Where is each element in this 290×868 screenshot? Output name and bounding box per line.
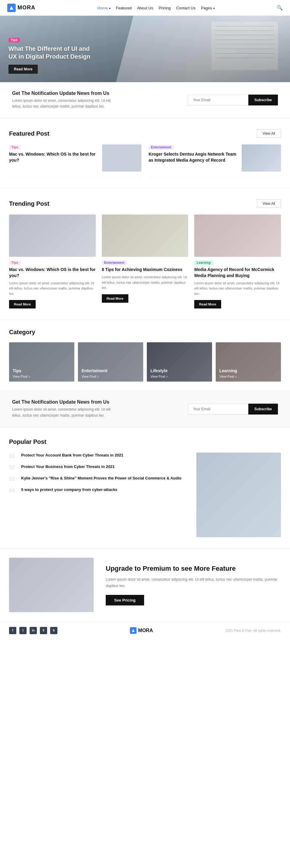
newsletter-heading-1: Get The Notification Update News from Us xyxy=(12,91,115,96)
facebook-icon[interactable]: f xyxy=(9,627,16,634)
popular-section: Popular Post 01 Protect Your Account Ban… xyxy=(0,428,290,548)
category-content-3: Lifestyle View Post › xyxy=(151,368,168,378)
trending-card-2-read-more[interactable]: Read More xyxy=(102,294,128,303)
nav-links: Home Featured About Us Pricing Contact U… xyxy=(97,5,215,10)
category-content-2: Entertaiment View Post › xyxy=(82,368,107,378)
newsletter-form-2: Subscribe xyxy=(188,404,278,414)
newsletter-email-input-1[interactable] xyxy=(188,95,248,105)
nav-link-about[interactable]: About Us xyxy=(137,6,153,10)
footer-logo: MORA xyxy=(130,627,153,634)
popular-image xyxy=(196,453,281,537)
trending-card-3-desc: Lorem ipsum dolor sit amet, consectetur … xyxy=(194,281,281,297)
hero-content: Tips What The Different of UI and UX in … xyxy=(8,37,99,74)
popular-item-2-title: Protect Your Business from Cyber Threats… xyxy=(21,464,115,469)
featured-card-1-image xyxy=(102,145,141,172)
nav-item-home[interactable]: Home xyxy=(97,5,110,10)
newsletter-subscribe-button-1[interactable]: Subscribe xyxy=(248,95,278,105)
category-card-entertainment[interactable]: Entertaiment View Post › xyxy=(78,342,143,381)
featured-card-1-tag: Tips xyxy=(9,145,21,150)
nav-logo: MORA xyxy=(7,4,35,12)
nav-item-about[interactable]: About Us xyxy=(137,5,153,10)
category-link-3[interactable]: View Post › xyxy=(151,374,168,378)
category-content-1: Tips View Post › xyxy=(13,368,30,378)
featured-view-all-button[interactable]: View All xyxy=(257,129,281,138)
trending-card-1-desc: Lorem ipsum dolor sit amet, consectetur … xyxy=(9,281,96,297)
featured-card-2-content: Entertaiment Kroger Selects Dentsu Aegis… xyxy=(149,145,237,163)
category-header: Category xyxy=(9,329,281,336)
category-card-tips[interactable]: Tips View Post › xyxy=(9,342,74,381)
category-link-label-2: View Post xyxy=(82,375,96,378)
trending-header: Trending Post View All xyxy=(9,199,281,208)
upgrade-title: Upgrade to Premium to see More Feature xyxy=(106,564,281,573)
trending-grid: Tips Mac vs. Windows: Which OS is the be… xyxy=(9,215,281,308)
featured-card-2-image xyxy=(242,145,281,172)
upgrade-content: Upgrade to Premium to see More Feature L… xyxy=(106,564,281,606)
category-card-lifestyle[interactable]: Lifestyle View Post › xyxy=(147,342,212,381)
featured-card-2-title: Kroger Selects Dentsu Aegis Network Team… xyxy=(149,151,237,163)
category-title: Category xyxy=(9,329,35,336)
category-link-4[interactable]: View Post › xyxy=(219,374,237,378)
popular-list: 01 Protect Your Account Bank from Cyber … xyxy=(9,453,187,537)
popular-item-1: 01 Protect Your Account Bank from Cyber … xyxy=(9,453,187,459)
featured-section: Featured Post View All Tips Mac vs. Wind… xyxy=(0,118,290,188)
featured-card-2: Entertaiment Kroger Selects Dentsu Aegis… xyxy=(149,145,281,177)
linkedin-icon-2[interactable]: li xyxy=(40,627,47,634)
newsletter-subscribe-button-2[interactable]: Subscribe xyxy=(248,404,278,414)
featured-header: Featured Post View All xyxy=(9,129,281,138)
trending-card-2: Entertaiment 8 Tips for Achieving Maximu… xyxy=(102,215,189,308)
featured-title: Featured Post xyxy=(9,130,49,137)
nav-link-home[interactable]: Home xyxy=(97,6,108,10)
category-grid: Tips View Post › Entertaiment View Post … xyxy=(9,342,281,381)
category-card-learning[interactable]: Learning View Post › xyxy=(216,342,281,381)
trending-card-3-tag: Learning xyxy=(194,260,213,265)
popular-num-3: 03 xyxy=(9,476,18,482)
arrow-icon-2: › xyxy=(98,374,99,378)
featured-card-2-tag: Entertaiment xyxy=(149,145,174,150)
category-link-1[interactable]: View Post › xyxy=(13,374,30,378)
category-name-2: Entertaiment xyxy=(82,368,107,373)
featured-card-1-content: Tips Mac vs. Windows: Which OS is the be… xyxy=(9,145,98,163)
behance-icon[interactable]: b xyxy=(50,627,57,634)
see-pricing-button[interactable]: See Pricing xyxy=(106,595,144,606)
newsletter-desc-2: Lorem ipsum dolor sit amet, consectetur … xyxy=(12,407,115,418)
search-icon[interactable]: 🔍 xyxy=(277,5,283,10)
trending-view-all-button[interactable]: View All xyxy=(257,199,281,208)
trending-card-2-title: 8 Tips for Achieving Maximum Coziness xyxy=(102,267,189,273)
upgrade-section: Upgrade to Premium to see More Feature L… xyxy=(0,548,290,621)
arrow-icon-4: › xyxy=(235,374,236,378)
category-name-1: Tips xyxy=(13,368,30,373)
nav-link-pricing[interactable]: Pricing xyxy=(159,6,171,10)
newsletter-email-input-2[interactable] xyxy=(188,404,248,414)
popular-num-2: 02 xyxy=(9,465,18,470)
svg-marker-1 xyxy=(132,629,135,632)
trending-title: Trending Post xyxy=(9,200,49,207)
nav-item-featured[interactable]: Featured xyxy=(116,5,132,10)
nav-link-featured[interactable]: Featured xyxy=(116,6,132,10)
nav-item-pricing[interactable]: Pricing xyxy=(159,5,171,10)
popular-item-4-title: 5 ways to protect your company from cybe… xyxy=(21,487,118,492)
nav-link-pages[interactable]: Pages xyxy=(201,6,212,10)
linkedin-icon[interactable]: in xyxy=(30,627,37,634)
nav-link-contact[interactable]: Contact Us xyxy=(176,6,195,10)
hero-tag: Tips xyxy=(8,38,20,42)
newsletter-bar-2: Get The Notification Update News from Us… xyxy=(0,391,290,427)
popular-item-2: 02 Protect Your Business from Cyber Thre… xyxy=(9,464,187,470)
newsletter-heading-2: Get The Notification Update News from Us xyxy=(12,399,115,405)
nav-item-pages[interactable]: Pages xyxy=(201,5,215,10)
arrow-icon-3: › xyxy=(166,374,168,378)
category-link-2[interactable]: View Post › xyxy=(82,374,107,378)
newsletter-bar-1: Get The Notification Update News from Us… xyxy=(0,82,290,118)
category-name-4: Learning xyxy=(219,368,237,373)
hero-read-more-button[interactable]: Read More xyxy=(8,65,38,74)
popular-item-3: 03 Kylie Jenner's "Rise & Shine" Moment … xyxy=(9,475,187,482)
footer: f t in li b MORA 2021 Pixel & Plan. All … xyxy=(0,621,290,640)
twitter-icon[interactable]: t xyxy=(19,627,27,634)
trending-card-3-read-more[interactable]: Read More xyxy=(194,300,221,308)
popular-item-4: 04 5 ways to protect your company from c… xyxy=(9,487,187,493)
nav-item-contact[interactable]: Contact Us xyxy=(176,5,195,10)
category-link-label-3: View Post xyxy=(151,375,165,378)
newsletter-form-1: Subscribe xyxy=(188,95,278,105)
trending-card-1-tag: Tips xyxy=(9,260,21,265)
trending-card-1-read-more[interactable]: Read More xyxy=(9,300,36,308)
category-content-4: Learning View Post › xyxy=(219,368,237,378)
